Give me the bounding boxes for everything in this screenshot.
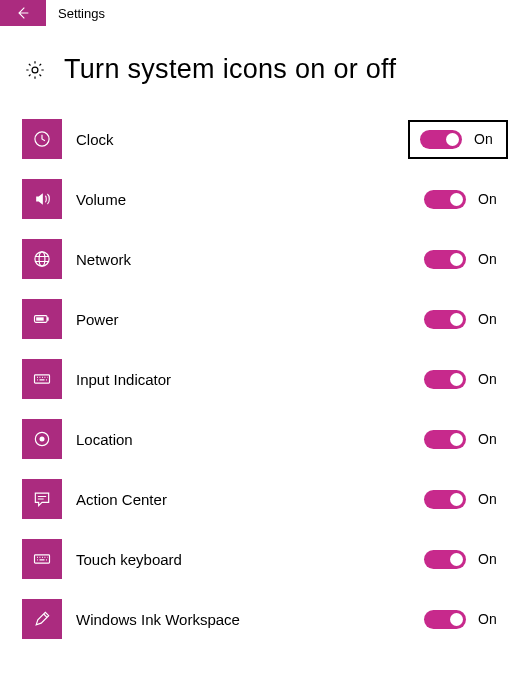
toggle-power[interactable] [424, 310, 466, 329]
back-arrow-icon [15, 5, 31, 21]
toggle-group-ink-workspace: On [418, 608, 506, 631]
volume-icon [22, 179, 62, 219]
titlebar: Settings [0, 0, 528, 26]
toggle-group-network: On [418, 248, 506, 271]
toggle-state-label: On [478, 491, 500, 507]
network-icon [22, 239, 62, 279]
toggle-action-center[interactable] [424, 490, 466, 509]
gear-icon [22, 57, 48, 83]
clock-icon [22, 119, 62, 159]
setting-row-input-indicator: Input IndicatorOn [22, 349, 506, 409]
toggle-volume[interactable] [424, 190, 466, 209]
setting-label: Network [76, 251, 418, 268]
toggle-state-label: On [478, 551, 500, 567]
setting-row-network: NetworkOn [22, 229, 506, 289]
toggle-group-action-center: On [418, 488, 506, 511]
power-icon [22, 299, 62, 339]
toggle-ink-workspace[interactable] [424, 610, 466, 629]
page-header: Turn system icons on or off [22, 54, 528, 85]
setting-label: Input Indicator [76, 371, 418, 388]
toggle-network[interactable] [424, 250, 466, 269]
toggle-state-label: On [474, 131, 496, 147]
toggle-touch-keyboard[interactable] [424, 550, 466, 569]
toggle-group-volume: On [418, 188, 506, 211]
toggle-location[interactable] [424, 430, 466, 449]
setting-label: Touch keyboard [76, 551, 418, 568]
svg-point-2 [35, 252, 49, 266]
toggle-group-clock: On [410, 122, 506, 157]
setting-row-action-center: Action CenterOn [22, 469, 506, 529]
toggle-group-location: On [418, 428, 506, 451]
window-title: Settings [46, 0, 105, 26]
setting-label: Action Center [76, 491, 418, 508]
location-icon [22, 419, 62, 459]
toggle-group-touch-keyboard: On [418, 548, 506, 571]
toggle-state-label: On [478, 251, 500, 267]
setting-label: Clock [76, 131, 410, 148]
page-title: Turn system icons on or off [64, 54, 396, 85]
svg-rect-5 [47, 317, 49, 320]
toggle-state-label: On [478, 371, 500, 387]
touch-keyboard-icon [22, 539, 62, 579]
setting-label: Volume [76, 191, 418, 208]
svg-point-0 [32, 67, 38, 73]
setting-row-clock: ClockOn [22, 109, 506, 169]
toggle-clock[interactable] [420, 130, 462, 149]
svg-rect-6 [36, 317, 44, 320]
setting-label: Power [76, 311, 418, 328]
svg-point-9 [40, 437, 45, 442]
ink-workspace-icon [22, 599, 62, 639]
setting-row-ink-workspace: Windows Ink WorkspaceOn [22, 589, 506, 649]
action-center-icon [22, 479, 62, 519]
setting-row-location: LocationOn [22, 409, 506, 469]
toggle-input-indicator[interactable] [424, 370, 466, 389]
toggle-state-label: On [478, 611, 500, 627]
toggle-state-label: On [478, 431, 500, 447]
setting-label: Windows Ink Workspace [76, 611, 418, 628]
setting-row-volume: VolumeOn [22, 169, 506, 229]
setting-row-power: PowerOn [22, 289, 506, 349]
input-indicator-icon [22, 359, 62, 399]
setting-label: Location [76, 431, 418, 448]
settings-list: ClockOnVolumeOnNetworkOnPowerOnInput Ind… [0, 109, 528, 649]
svg-rect-10 [35, 555, 50, 563]
toggle-state-label: On [478, 191, 500, 207]
svg-point-3 [39, 252, 45, 266]
toggle-state-label: On [478, 311, 500, 327]
setting-row-touch-keyboard: Touch keyboardOn [22, 529, 506, 589]
back-button[interactable] [0, 0, 46, 26]
svg-rect-7 [35, 375, 50, 383]
toggle-group-input-indicator: On [418, 368, 506, 391]
toggle-group-power: On [418, 308, 506, 331]
